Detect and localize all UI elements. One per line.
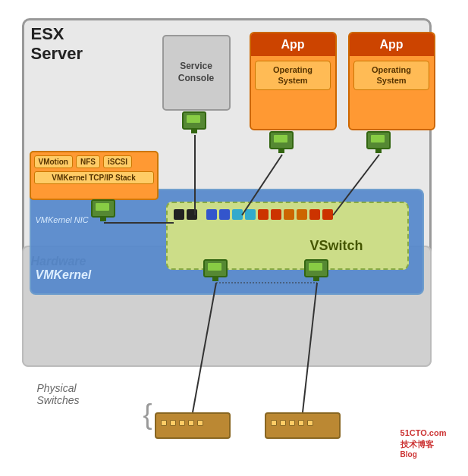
vmkernel-components-box: VMotion NFS iSCSI VMKernel TCP/IP Stack bbox=[30, 151, 159, 200]
switch-dot bbox=[188, 420, 194, 426]
svg-rect-10 bbox=[96, 203, 109, 211]
port-teal1 bbox=[232, 209, 243, 220]
vmkernel-row2: VMKernel TCP/IP Stack bbox=[34, 171, 154, 184]
switch-dot bbox=[307, 420, 313, 426]
port-red3 bbox=[309, 209, 320, 220]
physical-switch1 bbox=[155, 412, 231, 439]
nfs-chip: NFS bbox=[76, 155, 100, 168]
vmotion-chip: VMotion bbox=[34, 155, 73, 168]
svg-rect-14 bbox=[212, 277, 218, 281]
svg-rect-7 bbox=[371, 135, 385, 142]
svg-rect-11 bbox=[100, 217, 106, 221]
physical-switch2 bbox=[265, 412, 341, 439]
watermark-subtitle: 技术博客 bbox=[400, 439, 447, 449]
nic-physical2 bbox=[303, 258, 331, 283]
nic-service-console bbox=[181, 111, 209, 135]
port-dark1 bbox=[174, 209, 184, 220]
tcp-stack-chip: VMKernel TCP/IP Stack bbox=[34, 171, 154, 184]
switch-dot bbox=[179, 420, 185, 426]
svg-rect-4 bbox=[274, 135, 287, 142]
nic-vm2 bbox=[366, 130, 393, 155]
switch-dot bbox=[161, 420, 167, 426]
port-red4 bbox=[322, 209, 333, 220]
nic-vm1 bbox=[269, 130, 296, 155]
vswitch-label: VSwitch bbox=[310, 238, 363, 254]
port-orange2 bbox=[297, 209, 307, 220]
port-red1 bbox=[258, 209, 269, 220]
switch-dot bbox=[298, 420, 304, 426]
vswitch-ports bbox=[174, 209, 333, 220]
vmkernel-nic-label: VMKernel NIC bbox=[36, 215, 89, 224]
switch-dot bbox=[280, 420, 286, 426]
switch2-dots bbox=[266, 414, 339, 432]
port-teal2 bbox=[245, 209, 256, 220]
service-console-label: ServiceConsole bbox=[178, 61, 214, 84]
vm1-os-label: Operating System bbox=[273, 65, 313, 85]
vm2-os-box: Operating System bbox=[353, 61, 429, 90]
vm1-box: App Operating System bbox=[250, 32, 337, 130]
svg-rect-16 bbox=[309, 263, 322, 271]
port-blue1 bbox=[206, 209, 217, 220]
watermark: 51CTO.com 技术博客 Blog bbox=[400, 427, 447, 459]
port-dark2 bbox=[187, 209, 197, 220]
iscsi-chip: iSCSI bbox=[103, 155, 132, 168]
svg-rect-17 bbox=[313, 277, 319, 281]
svg-rect-5 bbox=[278, 149, 284, 153]
vmkernel-row1: VMotion NFS iSCSI bbox=[34, 155, 154, 168]
switch1-dots bbox=[156, 414, 229, 432]
svg-rect-8 bbox=[375, 149, 382, 153]
switch-dot bbox=[271, 420, 277, 426]
port-red2 bbox=[271, 209, 281, 220]
esx-title: ESX Server bbox=[31, 24, 83, 64]
switch-dot bbox=[197, 420, 203, 426]
vm1-os-box: Operating System bbox=[255, 61, 331, 90]
vm2-app-label: App bbox=[350, 33, 434, 56]
vmkernel-label: VMKernel bbox=[36, 268, 92, 282]
svg-rect-13 bbox=[208, 263, 221, 271]
switch-dot bbox=[170, 420, 176, 426]
brace-symbol: { bbox=[143, 401, 152, 428]
port-blue2 bbox=[219, 209, 230, 220]
watermark-site: 51CTO.com bbox=[400, 427, 447, 438]
vm2-box: App Operating System bbox=[348, 32, 435, 130]
nic-physical1 bbox=[203, 258, 230, 283]
svg-rect-1 bbox=[187, 115, 200, 123]
watermark-blog: Blog bbox=[400, 449, 447, 459]
service-console-box: ServiceConsole bbox=[162, 35, 231, 111]
switch-dot bbox=[289, 420, 295, 426]
vm1-app-label: App bbox=[251, 33, 335, 56]
vm2-os-label: Operating System bbox=[372, 65, 411, 85]
nic-vmkernel bbox=[90, 199, 118, 223]
port-orange1 bbox=[284, 209, 294, 220]
diagram: ESX Server Hardware VMKernel VSwitch Ser… bbox=[14, 11, 454, 465]
svg-rect-2 bbox=[191, 129, 197, 133]
physical-switches-label: PhysicalSwitches bbox=[37, 382, 80, 406]
